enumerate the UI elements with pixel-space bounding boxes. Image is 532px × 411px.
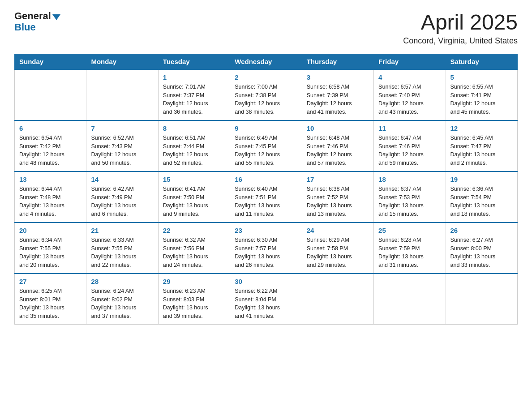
day-number: 15: [163, 176, 225, 183]
logo-triangle-icon: [52, 14, 60, 20]
day-number: 20: [19, 227, 82, 234]
col-header-wednesday: Wednesday: [230, 54, 302, 69]
day-number: 12: [450, 124, 513, 132]
calendar-cell: 10Sunrise: 6:48 AM Sunset: 7:46 PM Dayli…: [302, 120, 373, 171]
day-number: 14: [91, 176, 153, 183]
logo-general: General: [14, 11, 51, 21]
day-info: Sunrise: 6:34 AM Sunset: 7:55 PM Dayligh…: [19, 236, 82, 270]
calendar-cell: 28Sunrise: 6:24 AM Sunset: 8:02 PM Dayli…: [86, 274, 158, 325]
calendar-cell: 27Sunrise: 6:25 AM Sunset: 8:01 PM Dayli…: [15, 274, 86, 325]
calendar-cell: 6Sunrise: 6:54 AM Sunset: 7:42 PM Daylig…: [15, 120, 86, 171]
calendar-cell: 24Sunrise: 6:29 AM Sunset: 7:58 PM Dayli…: [302, 223, 373, 274]
day-number: 30: [235, 278, 297, 285]
calendar-cell: 29Sunrise: 6:23 AM Sunset: 8:03 PM Dayli…: [158, 274, 230, 325]
calendar-cell: 23Sunrise: 6:30 AM Sunset: 7:57 PM Dayli…: [230, 223, 302, 274]
calendar-cell: 3Sunrise: 6:58 AM Sunset: 7:39 PM Daylig…: [302, 69, 373, 120]
calendar-cell: 16Sunrise: 6:40 AM Sunset: 7:51 PM Dayli…: [230, 171, 302, 223]
week-row-1: 1Sunrise: 7:01 AM Sunset: 7:37 PM Daylig…: [15, 69, 518, 120]
day-info: Sunrise: 6:24 AM Sunset: 8:02 PM Dayligh…: [91, 287, 153, 321]
calendar-cell: 20Sunrise: 6:34 AM Sunset: 7:55 PM Dayli…: [15, 223, 86, 274]
day-number: 2: [235, 73, 297, 81]
day-info: Sunrise: 6:40 AM Sunset: 7:51 PM Dayligh…: [235, 185, 297, 218]
calendar-cell: 4Sunrise: 6:57 AM Sunset: 7:40 PM Daylig…: [374, 69, 446, 120]
page-subtitle: Concord, Virginia, United States: [403, 36, 518, 46]
calendar-cell: 15Sunrise: 6:41 AM Sunset: 7:50 PM Dayli…: [158, 171, 230, 223]
day-info: Sunrise: 6:49 AM Sunset: 7:45 PM Dayligh…: [235, 134, 297, 167]
day-info: Sunrise: 6:55 AM Sunset: 7:41 PM Dayligh…: [450, 83, 513, 116]
day-number: 7: [91, 124, 153, 132]
day-info: Sunrise: 7:00 AM Sunset: 7:38 PM Dayligh…: [235, 83, 297, 116]
day-number: 28: [91, 278, 153, 285]
calendar-cell: 22Sunrise: 6:32 AM Sunset: 7:56 PM Dayli…: [158, 223, 230, 274]
day-number: 16: [235, 176, 297, 183]
day-number: 18: [378, 176, 441, 183]
calendar-cell: 21Sunrise: 6:33 AM Sunset: 7:55 PM Dayli…: [86, 223, 158, 274]
day-number: 23: [235, 227, 297, 234]
week-row-4: 20Sunrise: 6:34 AM Sunset: 7:55 PM Dayli…: [15, 223, 518, 274]
day-info: Sunrise: 6:47 AM Sunset: 7:46 PM Dayligh…: [378, 134, 441, 167]
calendar-cell: 1Sunrise: 7:01 AM Sunset: 7:37 PM Daylig…: [158, 69, 230, 120]
week-row-3: 13Sunrise: 6:44 AM Sunset: 7:48 PM Dayli…: [15, 171, 518, 223]
day-number: 6: [19, 124, 82, 132]
day-info: Sunrise: 6:29 AM Sunset: 7:58 PM Dayligh…: [307, 236, 369, 270]
logo-blue: Blue: [14, 21, 36, 33]
day-number: 9: [235, 124, 297, 132]
calendar-cell: [86, 69, 158, 120]
calendar-cell: 25Sunrise: 6:28 AM Sunset: 7:59 PM Dayli…: [374, 223, 446, 274]
calendar-cell: 26Sunrise: 6:27 AM Sunset: 8:00 PM Dayli…: [446, 223, 517, 274]
col-header-tuesday: Tuesday: [158, 54, 230, 69]
day-info: Sunrise: 6:37 AM Sunset: 7:53 PM Dayligh…: [378, 185, 441, 218]
day-number: 29: [163, 278, 225, 285]
day-info: Sunrise: 6:52 AM Sunset: 7:43 PM Dayligh…: [91, 134, 153, 167]
day-info: Sunrise: 6:32 AM Sunset: 7:56 PM Dayligh…: [163, 236, 225, 270]
day-info: Sunrise: 7:01 AM Sunset: 7:37 PM Dayligh…: [163, 83, 225, 116]
day-info: Sunrise: 6:28 AM Sunset: 7:59 PM Dayligh…: [378, 236, 441, 270]
day-info: Sunrise: 6:33 AM Sunset: 7:55 PM Dayligh…: [91, 236, 153, 270]
col-header-friday: Friday: [374, 54, 446, 69]
week-row-2: 6Sunrise: 6:54 AM Sunset: 7:42 PM Daylig…: [15, 120, 518, 171]
calendar-header-row: SundayMondayTuesdayWednesdayThursdayFrid…: [15, 54, 518, 69]
col-header-sunday: Sunday: [15, 54, 86, 69]
day-info: Sunrise: 6:30 AM Sunset: 7:57 PM Dayligh…: [235, 236, 297, 270]
calendar-cell: [446, 274, 517, 325]
title-area: April 2025 Concord, Virginia, United Sta…: [403, 11, 518, 46]
day-number: 8: [163, 124, 225, 132]
day-number: 1: [163, 73, 225, 81]
calendar-cell: [15, 69, 86, 120]
day-info: Sunrise: 6:54 AM Sunset: 7:42 PM Dayligh…: [19, 134, 82, 167]
calendar-cell: 17Sunrise: 6:38 AM Sunset: 7:52 PM Dayli…: [302, 171, 373, 223]
day-info: Sunrise: 6:51 AM Sunset: 7:44 PM Dayligh…: [163, 134, 225, 167]
day-info: Sunrise: 6:57 AM Sunset: 7:40 PM Dayligh…: [378, 83, 441, 116]
day-info: Sunrise: 6:36 AM Sunset: 7:54 PM Dayligh…: [450, 185, 513, 218]
day-info: Sunrise: 6:23 AM Sunset: 8:03 PM Dayligh…: [163, 287, 225, 321]
calendar-cell: 13Sunrise: 6:44 AM Sunset: 7:48 PM Dayli…: [15, 171, 86, 223]
day-number: 21: [91, 227, 153, 234]
col-header-thursday: Thursday: [302, 54, 373, 69]
calendar-cell: 11Sunrise: 6:47 AM Sunset: 7:46 PM Dayli…: [374, 120, 446, 171]
calendar-cell: 7Sunrise: 6:52 AM Sunset: 7:43 PM Daylig…: [86, 120, 158, 171]
col-header-monday: Monday: [86, 54, 158, 69]
day-info: Sunrise: 6:45 AM Sunset: 7:47 PM Dayligh…: [450, 134, 513, 167]
day-info: Sunrise: 6:27 AM Sunset: 8:00 PM Dayligh…: [450, 236, 513, 270]
week-row-5: 27Sunrise: 6:25 AM Sunset: 8:01 PM Dayli…: [15, 274, 518, 325]
calendar-cell: 19Sunrise: 6:36 AM Sunset: 7:54 PM Dayli…: [446, 171, 517, 223]
day-number: 13: [19, 176, 82, 183]
day-info: Sunrise: 6:48 AM Sunset: 7:46 PM Dayligh…: [307, 134, 369, 167]
day-number: 17: [307, 176, 369, 183]
page-title: April 2025: [403, 11, 518, 34]
calendar-cell: 12Sunrise: 6:45 AM Sunset: 7:47 PM Dayli…: [446, 120, 517, 171]
col-header-saturday: Saturday: [446, 54, 517, 69]
calendar-cell: [302, 274, 373, 325]
day-info: Sunrise: 6:42 AM Sunset: 7:49 PM Dayligh…: [91, 185, 153, 218]
calendar-cell: [374, 274, 446, 325]
page-header: General Blue April 2025 Concord, Virgini…: [14, 11, 518, 46]
day-number: 25: [378, 227, 441, 234]
logo: General Blue: [14, 11, 60, 33]
calendar-cell: 8Sunrise: 6:51 AM Sunset: 7:44 PM Daylig…: [158, 120, 230, 171]
day-number: 10: [307, 124, 369, 132]
calendar-table: SundayMondayTuesdayWednesdayThursdayFrid…: [14, 54, 518, 325]
day-number: 19: [450, 176, 513, 183]
calendar-cell: 30Sunrise: 6:22 AM Sunset: 8:04 PM Dayli…: [230, 274, 302, 325]
day-number: 5: [450, 73, 513, 81]
calendar-cell: 14Sunrise: 6:42 AM Sunset: 7:49 PM Dayli…: [86, 171, 158, 223]
